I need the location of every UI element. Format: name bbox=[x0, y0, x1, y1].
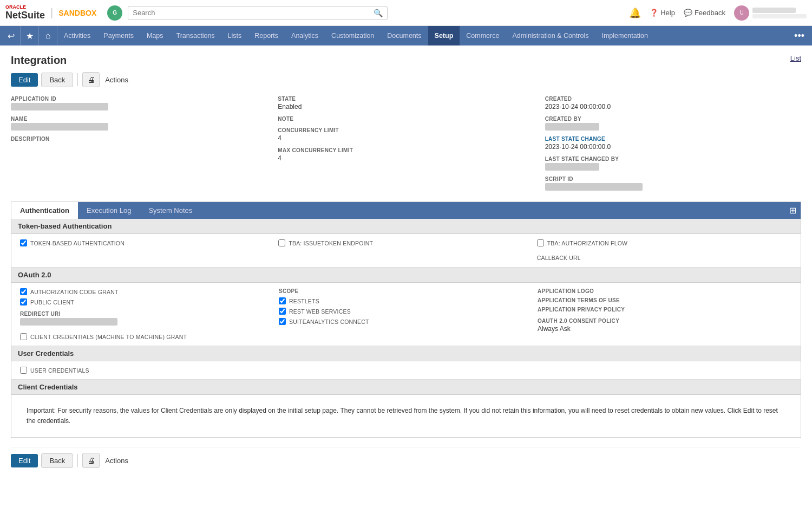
nav-item-customization[interactable]: Customization bbox=[325, 26, 381, 46]
print-button[interactable]: 🖨 bbox=[82, 72, 100, 87]
public-client-item: PUBLIC CLIENT bbox=[20, 298, 274, 306]
nav-item-documents[interactable]: Documents bbox=[381, 26, 428, 46]
suiteanalytics-checkbox[interactable] bbox=[279, 318, 286, 325]
rest-web-services-item: REST WEB SERVICES bbox=[279, 308, 533, 315]
nav-item-payments[interactable]: Payments bbox=[97, 26, 140, 46]
redirect-uri-field: REDIRECT URI bbox=[20, 311, 274, 326]
created-by-label: CREATED BY bbox=[545, 116, 801, 122]
user-info bbox=[752, 8, 807, 18]
search-box[interactable]: 🔍 bbox=[128, 6, 388, 20]
back-button[interactable]: Back bbox=[41, 73, 73, 87]
oauth-section-header: OAuth 2.0 bbox=[11, 268, 801, 283]
client-cred-checkbox[interactable] bbox=[20, 333, 27, 340]
tab-system-notes[interactable]: System Notes bbox=[140, 202, 201, 219]
consent-policy-label: OAUTH 2.0 CONSENT POLICY bbox=[538, 318, 792, 324]
tba-issuetoken-label: TBA: ISSUETOKEN ENDPOINT bbox=[289, 240, 373, 246]
nav-item-setup[interactable]: Setup bbox=[428, 26, 460, 46]
tab-section: Authentication Execution Log System Note… bbox=[11, 202, 801, 438]
tab-grid-toggle[interactable]: ⊞ bbox=[785, 203, 801, 218]
tba-issuetoken-checkbox[interactable] bbox=[278, 239, 285, 246]
nav-item-activities[interactable]: Activities bbox=[57, 26, 97, 46]
oauth-grid: AUTHORIZATION CODE GRANT PUBLIC CLIENT R… bbox=[20, 288, 792, 340]
bottom-back-button[interactable]: Back bbox=[41, 453, 73, 468]
tba-checkbox-item: TOKEN-BASED AUTHENTICATION bbox=[20, 239, 275, 246]
tba-col-2: TBA: ISSUETOKEN ENDPOINT bbox=[278, 239, 533, 246]
created-field: CREATED 2023-10-24 00:00:00.0 bbox=[545, 96, 801, 110]
bell-icon[interactable]: 🔔 bbox=[629, 7, 641, 19]
consent-policy-field: OAUTH 2.0 CONSENT POLICY Always Ask bbox=[538, 318, 792, 333]
fields-col-3: CREATED 2023-10-24 00:00:00.0 CREATED BY… bbox=[545, 96, 801, 191]
script-id-field: SCRIPT ID bbox=[545, 176, 801, 191]
client-cred-item: CLIENT CREDENTIALS (MACHINE TO MACHINE) … bbox=[20, 333, 274, 340]
actions-button[interactable]: Actions bbox=[103, 73, 130, 87]
nav-item-maps[interactable]: Maps bbox=[140, 26, 170, 46]
public-client-checkbox[interactable] bbox=[20, 298, 27, 306]
auth-code-grant-checkbox[interactable] bbox=[20, 288, 27, 295]
edit-button[interactable]: Edit bbox=[11, 73, 38, 87]
app-privacy-label: APPLICATION PRIVACY POLICY bbox=[538, 307, 792, 313]
tba-authflow-checkbox[interactable] bbox=[537, 239, 544, 246]
top-right-area: 🔔 ❓ Help 💬 Feedback U bbox=[629, 5, 807, 21]
client-cred-label: CLIENT CREDENTIALS (MACHINE TO MACHINE) … bbox=[30, 334, 187, 340]
logo-divider: | bbox=[50, 6, 53, 19]
feedback-button[interactable]: 💬 Feedback bbox=[684, 9, 725, 17]
callback-url-area: CALLBACK URL bbox=[537, 254, 792, 262]
tab-authentication[interactable]: Authentication bbox=[11, 202, 78, 219]
note-field: NOTE bbox=[278, 116, 534, 122]
grid-icon: ⊞ bbox=[789, 206, 796, 215]
nav-item-transactions[interactable]: Transactions bbox=[170, 26, 221, 46]
search-input[interactable] bbox=[133, 9, 374, 17]
last-state-change-field: LAST STATE CHANGE 2023-10-24 00:00:00.0 bbox=[545, 136, 801, 151]
redirect-uri-label: REDIRECT URI bbox=[20, 311, 274, 317]
rest-web-services-checkbox[interactable] bbox=[279, 308, 286, 315]
company-icon: G bbox=[113, 10, 117, 16]
script-id-value bbox=[545, 183, 643, 191]
bottom-print-button[interactable]: 🖨 bbox=[82, 453, 100, 468]
nav-item-implementation[interactable]: Implementation bbox=[595, 26, 654, 46]
nav-back-icon[interactable]: ↩ bbox=[2, 26, 21, 46]
last-state-changed-by-value bbox=[545, 163, 599, 171]
user-cred-checkbox[interactable] bbox=[20, 367, 27, 374]
state-field: STATE Enabled bbox=[278, 96, 534, 110]
nav-item-admin[interactable]: Administration & Controls bbox=[506, 26, 595, 46]
nav-item-reports[interactable]: Reports bbox=[248, 26, 285, 46]
callback-url-label: CALLBACK URL bbox=[537, 255, 581, 261]
tba-authflow-label: TBA: AUTHORIZATION FLOW bbox=[547, 240, 628, 246]
avatar: U bbox=[734, 5, 749, 21]
state-value: Enabled bbox=[278, 103, 534, 110]
page-header: Integration List bbox=[11, 54, 801, 67]
help-button[interactable]: ❓ Help bbox=[650, 9, 675, 17]
fields-col-2: STATE Enabled NOTE CONCURRENCY LIMIT 4 M… bbox=[278, 96, 534, 191]
nav-home-icon[interactable]: ⌂ bbox=[39, 26, 57, 46]
concurrency-limit-label: CONCURRENCY LIMIT bbox=[278, 127, 534, 133]
last-state-change-value: 2023-10-24 00:00:00.0 bbox=[545, 143, 801, 151]
user-credentials-section-body: USER CREDENTIALS bbox=[11, 361, 801, 380]
page-title: Integration bbox=[11, 54, 67, 67]
nav-more-icon[interactable]: ••• bbox=[789, 30, 810, 42]
tba-authflow-item: TBA: AUTHORIZATION FLOW bbox=[537, 239, 792, 246]
user-credentials-section-header: User Credentials bbox=[11, 346, 801, 361]
bottom-actions-button[interactable]: Actions bbox=[103, 454, 130, 467]
state-label: STATE bbox=[278, 96, 534, 102]
tba-issuetoken-item: TBA: ISSUETOKEN ENDPOINT bbox=[278, 239, 533, 246]
fields-col-1: APPLICATION ID NAME DESCRIPTION bbox=[11, 96, 267, 191]
max-concurrency-value: 4 bbox=[278, 154, 534, 162]
nav-item-analytics[interactable]: Analytics bbox=[285, 26, 325, 46]
tab-execution-log[interactable]: Execution Log bbox=[78, 202, 140, 219]
restlets-checkbox[interactable] bbox=[279, 297, 286, 304]
restlets-label: RESTLETS bbox=[289, 298, 319, 304]
bottom-print-icon: 🖨 bbox=[87, 456, 95, 465]
list-link[interactable]: List bbox=[790, 54, 801, 62]
oauth-col-2: SCOPE RESTLETS REST WEB SERVICES SUITEAN… bbox=[279, 288, 533, 325]
nav-item-commerce[interactable]: Commerce bbox=[460, 26, 506, 46]
nav-item-lists[interactable]: Lists bbox=[221, 26, 248, 46]
bottom-edit-button[interactable]: Edit bbox=[11, 454, 38, 467]
concurrency-limit-value: 4 bbox=[278, 134, 534, 142]
tab-header: Authentication Execution Log System Note… bbox=[11, 202, 801, 219]
nav-star-icon[interactable]: ★ bbox=[21, 26, 39, 46]
max-concurrency-field: MAX CONCURRENCY LIMIT 4 bbox=[278, 147, 534, 162]
user-area[interactable]: U bbox=[734, 5, 807, 21]
tba-checkbox[interactable] bbox=[20, 239, 27, 246]
netsuite-label: NetSuite bbox=[5, 10, 45, 21]
client-credentials-section-body: Important: For security reasons, the val… bbox=[11, 395, 801, 438]
